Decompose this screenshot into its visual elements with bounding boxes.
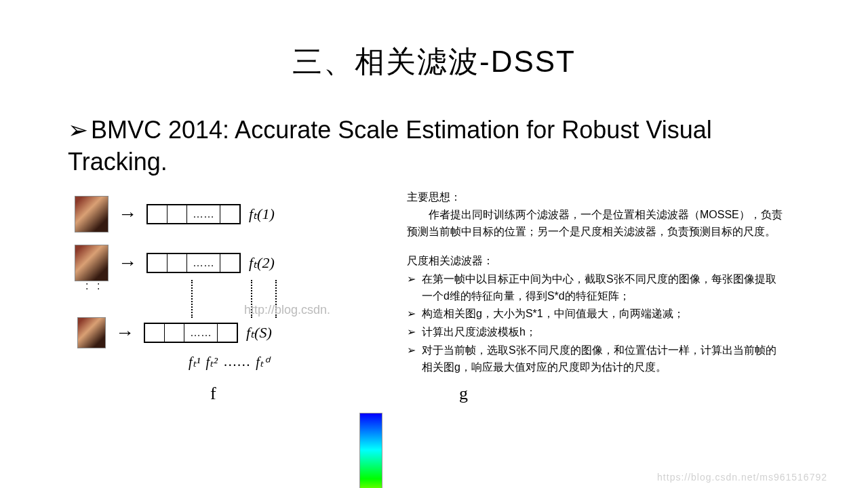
- bullet-text: BMVC 2014: Accurate Scale Estimation for…: [68, 116, 712, 176]
- f-label: f: [210, 384, 216, 404]
- ft-label-s: fₜ(S): [246, 324, 272, 342]
- list-item: 对于当前帧，选取S张不同尺度的图像，和位置估计一样，计算出当前帧的相关图g，响应…: [407, 342, 787, 376]
- ft-label-1: fₜ(1): [249, 205, 275, 223]
- feature-row-1: ……: [146, 204, 241, 224]
- axis-labels: fₜ¹ fₜ² …… fₜᵈ: [189, 354, 407, 370]
- footer-watermark: https://blog.csdn.net/ms961516792: [657, 472, 827, 483]
- heading-main-idea: 主要思想：: [407, 189, 787, 206]
- scale-filter-list: 在第一帧中以目标正中间为中心，截取S张不同尺度的图像，每张图像提取一个d维的特征…: [407, 271, 787, 376]
- gradient-bar-g: [359, 413, 382, 488]
- arrow-icon: →: [118, 205, 137, 224]
- vertical-dots: : :: [85, 283, 407, 289]
- feature-row-2: ……: [146, 253, 241, 273]
- sample-image-1: [75, 196, 108, 232]
- watermark-text: http://blog.csdn.: [244, 303, 330, 317]
- description-block: 主要思想： 作者提出同时训练两个滤波器，一个是位置相关滤波器（MOSSE），负责…: [407, 189, 814, 411]
- main-bullet: ➢BMVC 2014: Accurate Scale Estimation fo…: [68, 115, 800, 178]
- arrow-icon: →: [115, 323, 134, 342]
- scale-diagram: → …… fₜ(1) → …… fₜ(2) http://blog.csdn. …: [75, 195, 407, 411]
- heading-scale-filter: 尺度相关滤波器：: [407, 253, 787, 270]
- g-label: g: [459, 384, 468, 404]
- bullet-marker: ➢: [68, 116, 88, 144]
- sample-image-2: [75, 245, 108, 281]
- list-item: 在第一帧中以目标正中间为中心，截取S张不同尺度的图像，每张图像提取一个d维的特征…: [407, 271, 787, 305]
- feature-row-s: ……: [144, 323, 238, 343]
- arrow-icon: →: [118, 253, 137, 272]
- sample-image-s: [77, 317, 106, 348]
- ft-label-2: fₜ(2): [249, 254, 275, 272]
- list-item: 计算出尺度滤波模板h；: [407, 324, 787, 341]
- list-item: 构造相关图g，大小为S*1，中间值最大，向两端递减；: [407, 306, 787, 323]
- slide-title: 三、相关滤波-DSST: [0, 42, 868, 82]
- body-main-idea: 作者提出同时训练两个滤波器，一个是位置相关滤波器（MOSSE），负责预测当前帧中…: [407, 207, 787, 241]
